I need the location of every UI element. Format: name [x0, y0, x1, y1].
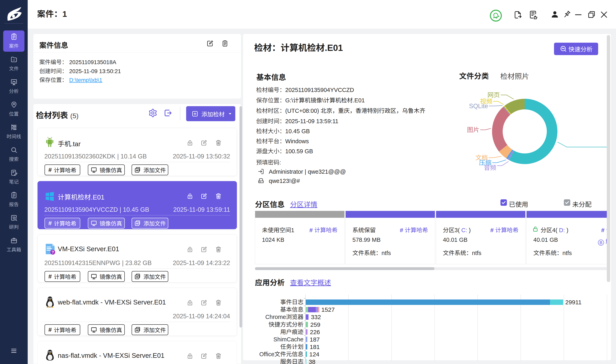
svg-text:?: ?: [52, 250, 54, 254]
svg-text:ShimCache: ShimCache: [274, 336, 303, 343]
svg-text:事件日志: 事件日志: [280, 299, 303, 305]
svg-text:图片: 图片: [467, 125, 479, 134]
svg-text:Office文件元信息: Office文件元信息: [259, 351, 303, 357]
svg-text:124: 124: [309, 351, 319, 358]
svg-text:快捷方式分析: 快捷方式分析: [269, 321, 303, 328]
svg-text:187: 187: [310, 336, 320, 343]
svg-text:任务计划: 任务计划: [280, 344, 303, 350]
svg-text:基本信息: 基本信息: [280, 306, 303, 313]
svg-text:用户痕迹: 用户痕迹: [280, 329, 303, 335]
svg-text:1527: 1527: [321, 306, 335, 313]
svg-text:332: 332: [311, 314, 321, 320]
svg-text:226: 226: [310, 329, 320, 335]
svg-text:181: 181: [310, 344, 320, 350]
svg-text:29911: 29911: [565, 299, 581, 306]
svg-text:音频: 音频: [484, 163, 496, 172]
svg-text:38: 38: [309, 358, 315, 364]
svg-text:服务日志: 服务日志: [280, 358, 303, 364]
svg-text:Chrome浏览器: Chrome浏览器: [265, 314, 303, 320]
svg-text:SQLite: SQLite: [469, 103, 488, 110]
svg-text:259: 259: [310, 321, 320, 328]
